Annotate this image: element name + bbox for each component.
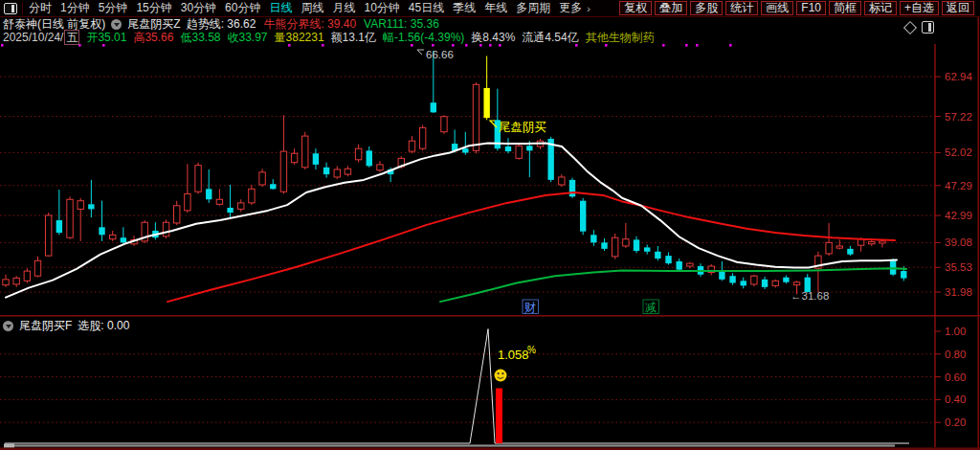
- period-tab-月线[interactable]: 月线: [332, 0, 355, 16]
- candle-body: [793, 282, 799, 285]
- candle-body: [3, 280, 9, 285]
- smiley-eye: [501, 372, 503, 374]
- candle-body: [367, 150, 372, 166]
- toolbar-button-返回[interactable]: 返回: [942, 1, 974, 15]
- candle-body: [677, 261, 682, 270]
- candle-body: [644, 247, 650, 251]
- collapse-chevron-icon[interactable]: [3, 321, 13, 331]
- toolbar-button-+自选[interactable]: +自选: [900, 1, 939, 15]
- spike-value-label: 1.058: [498, 348, 529, 362]
- selector-line: [5, 329, 909, 443]
- price-axis-label: 35.53: [945, 261, 972, 273]
- window-layout-icon[interactable]: [4, 3, 17, 14]
- signal-bar: [496, 389, 502, 444]
- candle-body: [869, 242, 875, 244]
- period-tab-季线[interactable]: 季线: [453, 0, 476, 16]
- candle-body: [249, 189, 255, 203]
- price-axis-label: 31.98: [945, 286, 972, 298]
- quote-field: 高35.66: [133, 31, 173, 44]
- high-annotation: 66.66: [426, 49, 454, 60]
- info-dot: [729, 44, 732, 47]
- smiley-eye: [498, 372, 500, 374]
- price-axis-label: 62.94: [945, 71, 972, 82]
- period-tab-30分钟[interactable]: 30分钟: [181, 0, 216, 16]
- period-tab-60分钟[interactable]: 60分钟: [225, 0, 260, 16]
- candle-body: [505, 146, 511, 151]
- toolbar-button-多股[interactable]: 多股: [690, 1, 723, 15]
- period-tab-更多[interactable]: 更多: [559, 0, 582, 16]
- low-annotation: ←31.68: [791, 290, 829, 302]
- event-marker: 减: [645, 301, 657, 314]
- weekday-badge: 五: [64, 30, 79, 45]
- candle-body: [741, 281, 746, 285]
- candle-body: [847, 249, 853, 255]
- toolbar-button-标记[interactable]: 标记: [864, 1, 897, 15]
- toolbar-divider: [22, 3, 23, 14]
- period-tab-周线[interactable]: 周线: [301, 0, 323, 16]
- candle-body: [377, 165, 383, 170]
- candle-body: [110, 235, 116, 238]
- period-tab-10分钟[interactable]: 10分钟: [364, 0, 399, 16]
- period-tab-日线[interactable]: 日线: [269, 0, 292, 16]
- charts-canvas[interactable]: 62.9457.2252.0247.2942.9939.0835.5331.98…: [0, 0, 980, 450]
- candle-body: [227, 208, 233, 213]
- indicator-field: VAR111: 35.36: [364, 17, 439, 31]
- candle-body: [280, 151, 286, 191]
- candle-body: [462, 148, 468, 152]
- quote-field: 量382231: [275, 31, 324, 44]
- candle-body: [719, 271, 724, 280]
- price-axis-label: 39.08: [945, 236, 972, 248]
- candle-body: [665, 256, 671, 263]
- quote-info-row: 2025/10/24/五 开35.01高35.66低33.58收33.97量38…: [3, 31, 661, 44]
- toolbar-button-统计[interactable]: 统计: [725, 1, 758, 15]
- period-tab-5分钟[interactable]: 5分钟: [99, 0, 128, 16]
- panel-divider: [0, 315, 980, 317]
- candle-body: [569, 180, 575, 196]
- event-marker: 财: [524, 301, 536, 314]
- period-tab-多周期[interactable]: 多周期: [516, 0, 550, 16]
- candle-body: [67, 199, 73, 237]
- sub-indicator-name[interactable]: 尾盘阴买F: [19, 318, 72, 334]
- sub-axis-label: 0.80: [945, 349, 966, 360]
- candle-body: [88, 204, 94, 209]
- candle-body: [826, 242, 832, 254]
- period-tab-1分钟[interactable]: 1分钟: [60, 0, 90, 16]
- candle-body: [901, 271, 906, 279]
- candle-body: [762, 280, 768, 287]
- tdx-stock-app: 分时1分钟5分钟15分钟30分钟60分钟日线周线月线10分钟45日线季线年线多周…: [0, 0, 980, 450]
- candle-body: [590, 235, 596, 242]
- info-dot: [662, 44, 665, 47]
- quote-field: 换8.43%: [471, 31, 515, 44]
- period-tab-年线[interactable]: 年线: [484, 0, 507, 16]
- toolbar-button-复权[interactable]: 复权: [619, 1, 652, 15]
- toolbar-button-画线[interactable]: 画线: [761, 1, 793, 15]
- candle-body: [880, 241, 885, 243]
- toolbar-button-叠加[interactable]: 叠加: [655, 1, 687, 15]
- pane-maximize-icon[interactable]: [922, 21, 934, 34]
- diamond-icon[interactable]: [903, 20, 917, 34]
- smiley-icon: [495, 370, 507, 382]
- high-arrow-icon: [417, 50, 424, 55]
- period-tab-15分钟[interactable]: 15分钟: [136, 0, 171, 16]
- info-dot: [685, 44, 688, 47]
- candle-body: [185, 193, 190, 210]
- toolbar-button-F10[interactable]: F10: [796, 1, 826, 15]
- candle-body: [431, 102, 436, 112]
- candle-body: [355, 148, 361, 160]
- quote-field: 幅-1.56(-4.39%): [383, 31, 464, 44]
- ma-line-趋势线: [6, 143, 897, 297]
- toolbar-button-简框[interactable]: 简框: [829, 1, 861, 15]
- candle-body: [409, 141, 414, 151]
- collapse-chevron-icon[interactable]: [111, 19, 122, 30]
- candle-body: [516, 146, 522, 158]
- sub-axis-label: 0.20: [945, 416, 966, 428]
- spike-percent-label: %: [527, 345, 536, 355]
- horizontal-scrollbar[interactable]: [14, 444, 895, 446]
- candle-body: [238, 203, 244, 210]
- candle-body: [559, 177, 565, 185]
- period-tab-分时[interactable]: 分时: [29, 0, 52, 16]
- signal-candle: [483, 88, 489, 118]
- period-tab-45日线[interactable]: 45日线: [409, 0, 444, 16]
- candle-body: [419, 127, 425, 148]
- scrollbar-thumb-cap[interactable]: [4, 443, 14, 447]
